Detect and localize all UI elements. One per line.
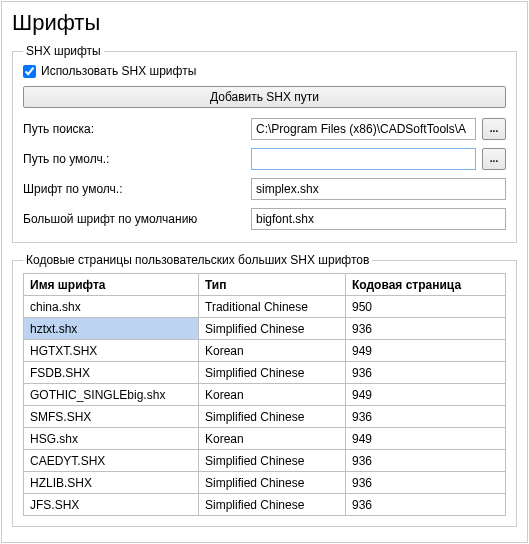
cell-type[interactable]: Korean: [199, 340, 346, 362]
table-row[interactable]: hztxt.shxSimplified Chinese936: [24, 318, 506, 340]
default-path-input[interactable]: [251, 148, 476, 170]
cell-type[interactable]: Korean: [199, 428, 346, 450]
cell-name[interactable]: GOTHIC_SINGLEbig.shx: [24, 384, 199, 406]
codepages-legend: Кодовые страницы пользовательских больши…: [23, 253, 372, 267]
default-big-font-label: Большой шрифт по умолчанию: [23, 212, 245, 226]
cell-cp[interactable]: 949: [346, 340, 506, 362]
cell-name[interactable]: HSG.shx: [24, 428, 199, 450]
cell-type[interactable]: Traditional Chinese: [199, 296, 346, 318]
table-row[interactable]: HSG.shxKorean949: [24, 428, 506, 450]
table-row[interactable]: FSDB.SHXSimplified Chinese936: [24, 362, 506, 384]
page-title: Шрифты: [12, 10, 517, 36]
cell-cp[interactable]: 936: [346, 318, 506, 340]
cell-type[interactable]: Simplified Chinese: [199, 450, 346, 472]
default-font-row: Шрифт по умолч.:: [23, 178, 506, 200]
cell-cp[interactable]: 950: [346, 296, 506, 318]
cell-type[interactable]: Simplified Chinese: [199, 472, 346, 494]
codepages-table[interactable]: Имя шрифта Тип Кодовая страница china.sh…: [23, 273, 506, 516]
use-shx-row: Использовать SHX шрифты: [23, 64, 506, 78]
cell-name[interactable]: FSDB.SHX: [24, 362, 199, 384]
col-font-name[interactable]: Имя шрифта: [24, 274, 199, 296]
use-shx-label: Использовать SHX шрифты: [41, 64, 196, 78]
default-font-label: Шрифт по умолч.:: [23, 182, 245, 196]
table-row[interactable]: china.shxTraditional Chinese950: [24, 296, 506, 318]
search-path-row: Путь поиска: ...: [23, 118, 506, 140]
cell-name[interactable]: HZLIB.SHX: [24, 472, 199, 494]
table-row[interactable]: HGTXT.SHXKorean949: [24, 340, 506, 362]
fonts-panel: Шрифты SHX шрифты Использовать SHX шрифт…: [1, 1, 528, 543]
shx-fonts-group: SHX шрифты Использовать SHX шрифты Добав…: [12, 44, 517, 243]
cell-type[interactable]: Korean: [199, 384, 346, 406]
table-row[interactable]: GOTHIC_SINGLEbig.shxKorean949: [24, 384, 506, 406]
cell-type[interactable]: Simplified Chinese: [199, 318, 346, 340]
cell-type[interactable]: Simplified Chinese: [199, 362, 346, 384]
cell-cp[interactable]: 936: [346, 472, 506, 494]
table-row[interactable]: CAEDYT.SHXSimplified Chinese936: [24, 450, 506, 472]
default-big-font-row: Большой шрифт по умолчанию: [23, 208, 506, 230]
col-type[interactable]: Тип: [199, 274, 346, 296]
search-path-input[interactable]: [251, 118, 476, 140]
codepages-table-wrap: Имя шрифта Тип Кодовая страница china.sh…: [23, 273, 506, 516]
cell-type[interactable]: Simplified Chinese: [199, 406, 346, 428]
col-codepage[interactable]: Кодовая страница: [346, 274, 506, 296]
default-font-input[interactable]: [251, 178, 506, 200]
codepages-group: Кодовые страницы пользовательских больши…: [12, 253, 517, 527]
search-path-browse-button[interactable]: ...: [482, 118, 506, 140]
cell-name[interactable]: hztxt.shx: [24, 318, 199, 340]
table-header-row: Имя шрифта Тип Кодовая страница: [24, 274, 506, 296]
default-path-row: Путь по умолч.: ...: [23, 148, 506, 170]
default-big-font-input[interactable]: [251, 208, 506, 230]
add-shx-path-button[interactable]: Добавить SHX пути: [23, 86, 506, 108]
table-row[interactable]: JFS.SHXSimplified Chinese936: [24, 494, 506, 516]
table-row[interactable]: HZLIB.SHXSimplified Chinese936: [24, 472, 506, 494]
cell-cp[interactable]: 936: [346, 362, 506, 384]
default-path-label: Путь по умолч.:: [23, 152, 245, 166]
cell-name[interactable]: HGTXT.SHX: [24, 340, 199, 362]
cell-name[interactable]: china.shx: [24, 296, 199, 318]
shx-group-legend: SHX шрифты: [23, 44, 104, 58]
cell-name[interactable]: SMFS.SHX: [24, 406, 199, 428]
cell-name[interactable]: JFS.SHX: [24, 494, 199, 516]
cell-type[interactable]: Simplified Chinese: [199, 494, 346, 516]
cell-cp[interactable]: 949: [346, 384, 506, 406]
cell-cp[interactable]: 949: [346, 428, 506, 450]
cell-cp[interactable]: 936: [346, 450, 506, 472]
use-shx-checkbox[interactable]: [23, 65, 36, 78]
search-path-label: Путь поиска:: [23, 122, 245, 136]
cell-name[interactable]: CAEDYT.SHX: [24, 450, 199, 472]
table-row[interactable]: SMFS.SHXSimplified Chinese936: [24, 406, 506, 428]
cell-cp[interactable]: 936: [346, 406, 506, 428]
cell-cp[interactable]: 936: [346, 494, 506, 516]
default-path-browse-button[interactable]: ...: [482, 148, 506, 170]
